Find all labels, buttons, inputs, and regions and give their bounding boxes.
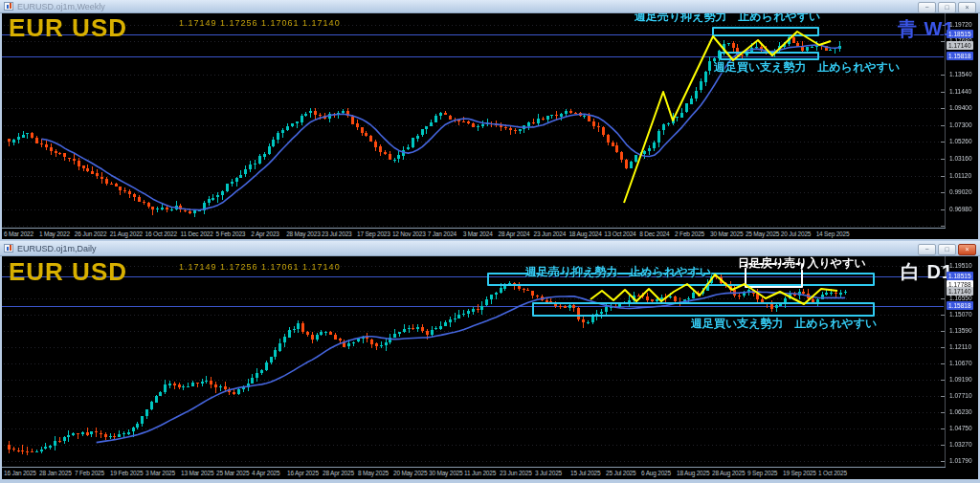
price-tick-label: 1.03270 [949, 441, 972, 448]
date-label: 19 Sep 2025 [783, 470, 816, 476]
price-tick-label: 1.03160 [949, 155, 972, 162]
price-tick-label: 1.11440 [949, 88, 971, 95]
date-label: 20 Jul 2025 [781, 231, 811, 237]
symbol-watermark: EUR USD [9, 257, 127, 287]
date-label: 25 May 2025 [746, 231, 779, 237]
date-label: 16 Jan 2025 [4, 470, 36, 476]
date-label: 16 Apr 2025 [287, 470, 319, 476]
date-label: 8 May 2025 [358, 470, 389, 476]
symbol-watermark: EUR USD [9, 13, 127, 43]
date-label: 21 Aug 2022 [110, 231, 143, 237]
date-label: 15 Jul 2025 [570, 470, 600, 476]
date-label: 26 Jun 2022 [75, 231, 107, 237]
weekly-chart-canvas[interactable] [0, 13, 946, 228]
price-tick-label: 1.09190 [949, 376, 972, 383]
price-tick-label: 1.06230 [949, 408, 972, 415]
date-label: 28 Apr 2024 [499, 231, 530, 237]
date-label: 28 Jan 2025 [39, 470, 72, 476]
date-label: 30 May 2025 [429, 470, 462, 476]
daily-titlebar[interactable]: EURUSD.oj1m,Daily − □ × [0, 241, 980, 256]
date-label: 28 Apr 2025 [323, 470, 354, 476]
date-label: 8 Dec 2024 [639, 231, 669, 237]
price-tick-label: 1.01790 [949, 457, 972, 464]
daily-sell-zone-label: 週足売り抑え勢力 止められやすい [525, 264, 711, 280]
price-tick-label: 1.19510 [949, 262, 972, 269]
date-label: 28 Aug 2025 [712, 470, 745, 476]
date-label: 7 Feb 2025 [75, 470, 104, 476]
date-label: 23 Jun 2024 [534, 231, 567, 237]
price-tick-label: 1.12110 [949, 343, 971, 350]
price-tag-blue: 1.18515 [947, 272, 973, 280]
window-controls: − □ × [918, 244, 976, 255]
price-tick-label: 1.07710 [949, 392, 972, 399]
date-label: 12 Nov 2023 [392, 231, 426, 237]
chart-icon [4, 244, 13, 252]
date-label: 16 Oct 2022 [145, 231, 177, 237]
minimize-button[interactable]: − [918, 244, 936, 255]
price-tick-label: 1.15070 [949, 311, 972, 318]
date-label: 23 Jun 2025 [500, 470, 532, 476]
price-tick-label: 1.07300 [949, 121, 972, 128]
window-title: EURUSD.oj1m,Weekly [17, 2, 105, 11]
weekly-titlebar[interactable]: EURUSD.oj1m,Weekly − □ × [0, 0, 980, 13]
date-label: 7 Jan 2024 [428, 231, 457, 237]
price-tick-label: 1.05260 [949, 138, 972, 144]
price-tick-label: 1.19720 [949, 21, 972, 28]
close-button[interactable]: × [958, 2, 976, 13]
daily-time-axis[interactable]: 16 Jan 202528 Jan 20257 Feb 202519 Feb 2… [0, 467, 946, 480]
date-label: 23 Jul 2023 [322, 231, 351, 237]
price-tick-label: 1.13540 [949, 71, 972, 77]
date-label: 11 Jun 2025 [464, 470, 496, 476]
date-label: 1 May 2022 [39, 231, 70, 237]
daily-price-axis[interactable]: 1.195101.165501.150701.135901.121101.106… [946, 256, 980, 467]
date-label: 28 May 2023 [286, 231, 320, 237]
date-label: 25 Mar 2025 [216, 470, 249, 476]
price-tick-label: 1.10670 [949, 360, 972, 366]
date-label: 18 Aug 2025 [677, 470, 709, 476]
date-label: 14 Sep 2025 [816, 231, 850, 237]
price-tag-blue: 1.15818 [947, 52, 973, 60]
price-tag-gray: 1.17140 [947, 41, 973, 50]
minimize-button[interactable]: − [918, 2, 936, 13]
date-label: 30 Mar 2025 [710, 231, 743, 237]
daily-chart-canvas[interactable] [0, 256, 946, 467]
restore-button[interactable]: □ [938, 244, 956, 255]
weekly-price-axis[interactable]: 1.197201.176801.135401.114401.094001.073… [946, 13, 980, 228]
close-button[interactable]: × [958, 244, 976, 255]
date-label: 2 Apr 2023 [251, 231, 278, 237]
price-tick-label: 1.09400 [949, 104, 972, 111]
daily-pullback-sell-label: 日足戻り売り入りやすい [738, 255, 866, 272]
chart-window-daily: EUR USD 1.17149 1.17256 1.17061 1.17140 … [0, 241, 980, 483]
date-label: 5 Feb 2023 [215, 231, 245, 237]
window-border-bottom [0, 479, 980, 483]
date-label: 13 Oct 2024 [604, 231, 635, 237]
ohlc-readout: 1.17149 1.17256 1.17061 1.17140 [179, 18, 341, 28]
date-label: 19 Feb 2025 [110, 470, 143, 476]
date-label: 4 Apr 2025 [252, 470, 279, 476]
date-label: 17 Sep 2023 [357, 231, 390, 237]
price-tag-blue: 1.18515 [947, 30, 973, 38]
date-label: 13 Mar 2025 [181, 470, 213, 476]
date-label: 6 Aug 2025 [641, 470, 671, 476]
price-tick-label: 1.13590 [949, 327, 972, 334]
date-label: 3 Jul 2025 [535, 470, 562, 476]
date-label: 25 Jul 2025 [606, 470, 635, 476]
price-tick-label: 0.99020 [949, 188, 972, 195]
price-tag-blue: 1.15818 [947, 301, 973, 310]
weekly-buy-zone-label: 週足買い支え勢力 止められやすい [714, 59, 900, 76]
date-label: 3 Mar 2025 [145, 470, 175, 476]
date-label: 20 May 2025 [393, 470, 427, 476]
window-border-left [0, 256, 2, 479]
date-label: 9 Sep 2025 [747, 470, 777, 476]
price-tick-label: 1.01120 [949, 172, 971, 179]
date-label: 6 Mar 2022 [4, 231, 33, 237]
ohlc-readout: 1.17149 1.17256 1.17061 1.17140 [179, 262, 341, 272]
window-title: EURUSD.oj1m,Daily [17, 244, 97, 253]
daily-buy-zone-label: 週足買い支え勢力 止められやすい [691, 316, 877, 332]
price-tick-label: 0.96980 [949, 206, 972, 212]
window-controls: − □ × [918, 2, 976, 13]
restore-button[interactable]: □ [938, 2, 956, 13]
date-label: 18 Aug 2024 [568, 231, 601, 237]
date-label: 3 Mar 2024 [463, 231, 493, 237]
date-label: 11 Dec 2022 [181, 231, 213, 237]
